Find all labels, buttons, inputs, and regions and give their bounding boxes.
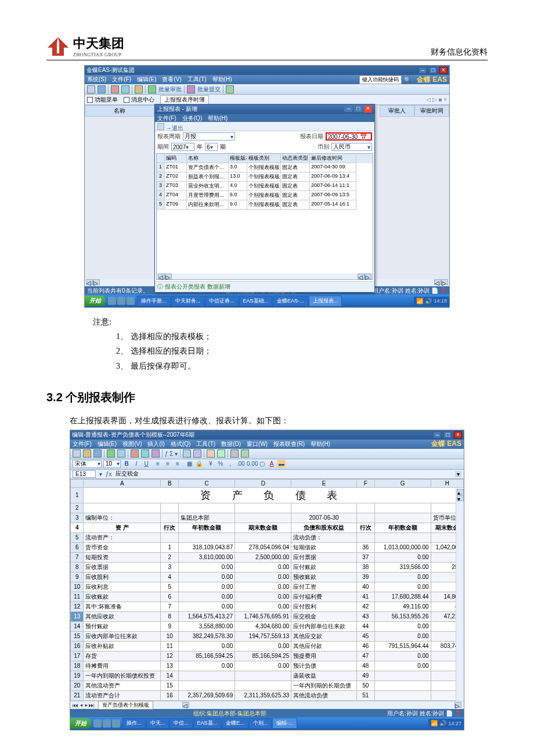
table-row[interactable]: 15应收内部单位往来款10382,249,578.30194,757,559.1… (71, 631, 464, 641)
print-icon[interactable] (107, 449, 115, 458)
taskbar-item[interactable]: 金蝶EAS-... (273, 296, 308, 307)
table-row[interactable]: 8应收票据30.000.00应付账款38319,566.00253 (71, 562, 464, 572)
rptdate-input[interactable]: 2007-06-30📅 (326, 132, 372, 141)
table-row[interactable]: 13其他应收款81,564,575,413.271,746,576,695.91… (71, 611, 464, 621)
fx-icon[interactable]: ƒ Σ ▾ (165, 451, 178, 457)
spreadsheet[interactable]: AB CD EF GH 1 资 产 负 债 表 2 会 3 编制单位： 集团总本… (70, 479, 464, 701)
menu-item[interactable]: 工具(T) (187, 76, 207, 82)
table-row[interactable]: 12其中:坏账准备70.000.00应付股利4249,116.0049 (71, 602, 464, 611)
sort-icon[interactable] (183, 449, 191, 458)
new-icon[interactable] (73, 449, 81, 458)
save-icon[interactable] (98, 85, 106, 93)
taskbar-item[interactable]: 操作手册... (137, 296, 171, 307)
italic-icon[interactable]: I (132, 460, 140, 468)
copy-icon[interactable] (121, 85, 129, 93)
msg-checkbox[interactable] (124, 97, 129, 103)
menu-item[interactable]: 帮助(H) (208, 115, 228, 121)
month-select[interactable]: 6▾ (205, 143, 218, 151)
table-row[interactable]: 5流动资产：流动负债： (71, 532, 464, 542)
taskbar-item[interactable]: 中信证券... (205, 296, 239, 307)
align-center-icon[interactable]: ≡ (164, 460, 172, 468)
menu-item[interactable]: 格式(Q) (171, 441, 190, 447)
taskbar-item[interactable]: 编辑-... (272, 718, 297, 729)
taskbar-item[interactable]: 操作... (122, 718, 146, 729)
formula-input[interactable]: 应交税金 (116, 470, 452, 478)
dec-inc-icon[interactable]: .00 (236, 460, 244, 468)
name-dropdown-icon[interactable]: ▾ (99, 471, 102, 477)
taskbar-item[interactable]: 中信... (169, 718, 193, 729)
close-icon[interactable]: × (454, 431, 462, 438)
menu-item[interactable]: 插入(I) (147, 441, 164, 447)
quick-icon[interactable] (127, 297, 135, 305)
quick-icon[interactable] (112, 719, 120, 728)
sheet-tab[interactable]: 资产负债表个别模板 (98, 701, 153, 710)
underline-icon[interactable]: U (142, 460, 150, 468)
table-row[interactable]: 21流动资产合计162,357,269,509.692,311,359,625.… (71, 690, 464, 700)
menu-item[interactable]: 查看(V) (162, 76, 181, 82)
menu-item[interactable]: 数据(D) (221, 441, 241, 447)
tray-icon[interactable]: 🔊 (425, 298, 432, 304)
font-name-select[interactable]: 宋体 (73, 460, 102, 468)
chart-icon[interactable] (207, 449, 215, 458)
merge-cells-icon[interactable]: ▦ (185, 460, 193, 468)
table-row[interactable]: 9应收股利40.000.00预收账款390.00 (71, 572, 464, 582)
table-row[interactable]: 5ZT09内部往来款明...9.0个别报表模板固定表2007-05-14 16:… (157, 200, 373, 210)
table-row[interactable]: 4ZT04月度管理费用...6.0个别报表模板固定表2007-06-09 13:… (157, 191, 373, 200)
period-select[interactable]: 月报▾ (183, 132, 235, 141)
horizontal-scrollbar[interactable]: ◁▷ (182, 702, 461, 708)
quick-icon[interactable] (103, 719, 111, 728)
lock-icon[interactable]: 🔒 (195, 460, 203, 468)
menu-item[interactable]: 视图(V) (122, 441, 142, 447)
menu-item[interactable]: 系统(S) (87, 76, 106, 82)
new-icon[interactable] (87, 85, 95, 93)
cut-icon[interactable] (111, 85, 119, 93)
refresh-icon[interactable] (135, 85, 143, 93)
menu-checkbox[interactable] (87, 97, 93, 103)
vertical-scrollbar[interactable]: ▴▾ (456, 488, 464, 701)
msg-center-label[interactable]: 消息中心 (131, 96, 154, 103)
menu-item[interactable]: 工具(T) (196, 441, 215, 447)
table-row[interactable]: 19一年内到期的长期债权投资14递延收益49 (71, 671, 464, 681)
table-row[interactable]: 18待摊费用130.000.00预计负债480.00 (71, 661, 464, 671)
comma-icon[interactable]: , (226, 460, 234, 468)
func-menu-label[interactable]: 功能菜单 (95, 96, 118, 103)
font-size-select[interactable]: 10 (103, 460, 121, 468)
save-icon[interactable] (157, 123, 164, 130)
taskbar-item[interactable]: 个别... (249, 718, 272, 729)
table-row[interactable]: 16应收补贴款110.000.00其他应付款46791,515,964.4480… (71, 641, 464, 651)
save-icon[interactable] (93, 449, 102, 458)
menu-item[interactable]: 报表联查(R) (273, 441, 305, 447)
dlg-close-icon[interactable]: × (364, 106, 372, 113)
menu-item[interactable]: 窗口(W) (247, 441, 268, 447)
tray-icon[interactable]: 📶 (416, 298, 423, 304)
submit-icon[interactable] (187, 85, 195, 93)
dlg-minimize-icon[interactable]: – (344, 105, 352, 112)
table-row[interactable]: 11应收账款60.000.00应付福利费4117,680,288.4414,80… (71, 592, 464, 602)
cell-reference[interactable]: E13 (73, 470, 96, 478)
quick-icon[interactable] (108, 297, 116, 305)
align-right-icon[interactable]: ≡ (174, 460, 182, 468)
table-row[interactable]: 20其他流动资产15一年内到期的长期负债50 (71, 681, 464, 690)
exit-button[interactable]: →退出 (166, 125, 183, 131)
merge-icon[interactable] (217, 449, 225, 458)
dec-dec-icon[interactable]: 0.00 (246, 460, 254, 468)
maximize-icon[interactable]: □ (443, 431, 452, 438)
preview-icon[interactable] (117, 449, 125, 458)
search-input[interactable]: 键入功能快捷码 (359, 75, 402, 84)
taskbar-item[interactable]: EAS基... (193, 718, 222, 729)
menu-item[interactable]: 编辑(E) (137, 76, 156, 82)
menu-item[interactable]: 文件(F) (73, 441, 92, 447)
menu-item[interactable]: 帮助(H) (212, 76, 232, 82)
copy-icon[interactable] (141, 449, 149, 458)
table-row[interactable]: 14预付账款93,558,880.004,304,680.00应付内部单位往来款… (71, 621, 464, 631)
close-icon[interactable]: × (439, 67, 448, 74)
minimize-icon[interactable]: – (418, 67, 427, 74)
expand-icon[interactable]: ▾ (455, 471, 461, 477)
year-select[interactable]: 2007▾ (171, 143, 194, 151)
font-color-icon[interactable]: A (268, 460, 276, 468)
taskbar-item[interactable]: 金蝶E... (222, 718, 248, 729)
export-icon[interactable] (226, 85, 234, 93)
tray-icon[interactable]: 📶 (431, 720, 438, 726)
menu-item[interactable]: 文件(F) (112, 76, 131, 82)
taskbar-item[interactable]: 中天... (146, 718, 169, 729)
